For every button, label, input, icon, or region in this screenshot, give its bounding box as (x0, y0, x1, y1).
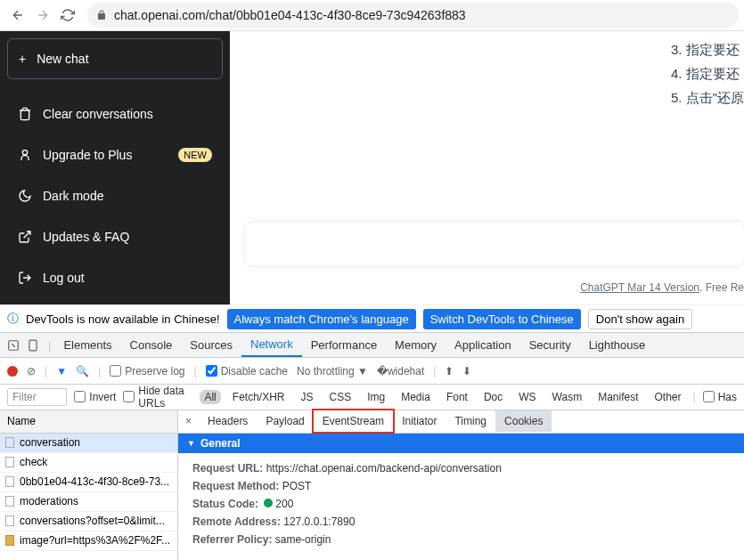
reload-button[interactable] (55, 3, 80, 28)
plus-icon: + (19, 52, 26, 66)
filter-type-wasm[interactable]: Wasm (548, 390, 587, 404)
gen-value: same-origin (275, 533, 331, 546)
request-item[interactable]: moderations (0, 492, 177, 512)
request-list-header[interactable]: Name (0, 410, 177, 434)
search-icon[interactable]: 🔍 (76, 365, 89, 377)
gen-label: Request URL: (192, 462, 263, 475)
external-icon (18, 230, 32, 244)
filter-type-manifest[interactable]: Manifest (593, 390, 642, 404)
filter-type-js[interactable]: JS (296, 390, 317, 404)
sidebar-item-clear-conversations[interactable]: Clear conversations (7, 94, 223, 134)
sidebar-item-darkmode[interactable]: Dark mode (7, 176, 223, 215)
forward-button[interactable] (30, 3, 55, 28)
download-icon[interactable]: ⬇ (462, 365, 471, 377)
request-list: Name conversation check 0bb01e04-413c-4f… (0, 410, 178, 560)
gen-value: 127.0.0.1:7890 (283, 515, 355, 528)
disable-cache-checkbox[interactable]: Disable cache (206, 365, 288, 377)
trash-icon (18, 107, 32, 121)
hide-data-checkbox[interactable]: Hide data URLs (123, 385, 192, 410)
detail-tab-initiator[interactable]: Initiator (393, 410, 446, 432)
request-item[interactable]: conversations?offset=0&limit... (0, 512, 177, 532)
svg-point-0 (22, 150, 27, 155)
chat-main: 3. 指定要还 4. 指定要还 5. 点击"还原 ChatGPT Mar 14 … (230, 31, 744, 304)
detail-tab-payload[interactable]: Payload (257, 410, 313, 432)
dont-show-button[interactable]: Don't show again (588, 309, 692, 329)
new-badge: NEW (178, 148, 212, 162)
sidebar-item-updates[interactable]: Updates & FAQ (7, 217, 223, 256)
new-chat-button[interactable]: + New chat (7, 38, 223, 79)
detail-tab-cookies[interactable]: Cookies (495, 410, 552, 432)
gen-label: Status Code: (192, 498, 258, 510)
upload-icon[interactable]: ⬆ (445, 365, 454, 377)
sidebar-item-upgrade[interactable]: Upgrade to Plus NEW (7, 135, 223, 174)
gen-label: Referrer Policy: (192, 533, 272, 546)
gen-label: Request Method: (192, 480, 279, 492)
general-header[interactable]: General (178, 434, 744, 453)
gen-value: 200 (275, 498, 293, 510)
throttling-select[interactable]: No throttling ▼ (297, 365, 368, 377)
invert-checkbox[interactable]: Invert (74, 391, 116, 403)
request-item[interactable]: conversation (0, 434, 177, 453)
filter-type-fetchxhr[interactable]: Fetch/XHR (228, 390, 290, 404)
has-checkbox[interactable]: Has (703, 391, 737, 403)
sidebar-item-label: Clear conversations (43, 107, 153, 121)
detail-tab-timing[interactable]: Timing (446, 410, 495, 432)
record-button[interactable] (7, 366, 18, 377)
filter-icon[interactable]: ▼ (56, 365, 67, 377)
moon-icon (18, 189, 32, 203)
switch-chinese-button[interactable]: Switch DevTools to Chinese (423, 309, 581, 329)
list-item: 3. 指定要还 (671, 42, 744, 59)
preserve-log-checkbox[interactable]: Preserve log (110, 365, 184, 377)
match-language-button[interactable]: Always match Chrome's language (227, 309, 416, 329)
device-icon[interactable] (25, 337, 41, 353)
info-icon: ⓘ (7, 311, 19, 327)
new-chat-label: New chat (37, 52, 88, 66)
banner-text: DevTools is now available in Chinese! (26, 312, 220, 326)
tab-lighthouse[interactable]: Lighthouse (580, 333, 655, 357)
list-item: 5. 点击"还原 (671, 90, 744, 107)
tab-security[interactable]: Security (520, 333, 580, 357)
filter-type-css[interactable]: CSS (325, 390, 356, 404)
gen-label: Remote Address: (192, 515, 281, 528)
tab-memory[interactable]: Memory (386, 333, 446, 357)
chatgpt-sidebar: + New chat Clear conversations Upgrade t… (0, 31, 230, 304)
sidebar-item-label: Updates & FAQ (43, 230, 129, 244)
url-bar[interactable]: chat.openai.com/chat/0bb01e04-413c-4f30-… (87, 3, 739, 28)
filter-type-other[interactable]: Other (650, 390, 686, 404)
tab-sources[interactable]: Sources (181, 333, 241, 357)
filter-input[interactable]: Filter (7, 388, 67, 406)
sidebar-item-label: Upgrade to Plus (43, 148, 132, 162)
request-item[interactable]: 0bb01e04-413c-4f30-8ce9-73... (0, 473, 177, 492)
tab-performance[interactable]: Performance (302, 333, 386, 357)
filter-type-all[interactable]: All (200, 390, 220, 404)
list-item: 4. 指定要还 (671, 66, 744, 83)
gen-value: POST (282, 480, 312, 492)
wifi-icon[interactable]: �widehat (377, 365, 424, 377)
footer-text: ChatGPT Mar 14 Version. Free Re (580, 281, 744, 294)
sidebar-item-label: Log out (43, 271, 85, 285)
filter-type-img[interactable]: Img (363, 390, 389, 404)
inspect-icon[interactable] (5, 337, 21, 353)
user-icon (18, 148, 32, 162)
clear-button[interactable]: ⊘ (27, 365, 36, 377)
tab-console[interactable]: Console (121, 333, 182, 357)
request-item[interactable]: check (0, 453, 177, 473)
tab-elements[interactable]: Elements (54, 333, 120, 357)
tab-application[interactable]: Application (446, 333, 520, 357)
filter-type-media[interactable]: Media (397, 390, 435, 404)
svg-rect-2 (29, 340, 37, 351)
chat-input[interactable] (246, 223, 744, 265)
filter-type-doc[interactable]: Doc (479, 390, 507, 404)
sidebar-item-logout[interactable]: Log out (7, 258, 223, 297)
detail-tab-headers[interactable]: Headers (199, 410, 257, 432)
gen-value: https://chat.openai.com/backend-api/conv… (266, 462, 502, 475)
version-link[interactable]: ChatGPT Mar 14 Version (580, 281, 699, 294)
filter-type-ws[interactable]: WS (514, 390, 540, 404)
tab-network[interactable]: Network (241, 333, 302, 357)
request-item[interactable]: image?url=https%3A%2F%2F... (0, 532, 177, 551)
back-button[interactable] (5, 3, 30, 28)
filter-type-font[interactable]: Font (442, 390, 472, 404)
detail-tab-eventstream[interactable]: EventStream (314, 410, 393, 432)
url-text: chat.openai.com/chat/0bb01e04-413c-4f30-… (114, 8, 466, 22)
close-detail-button[interactable]: × (178, 415, 199, 427)
